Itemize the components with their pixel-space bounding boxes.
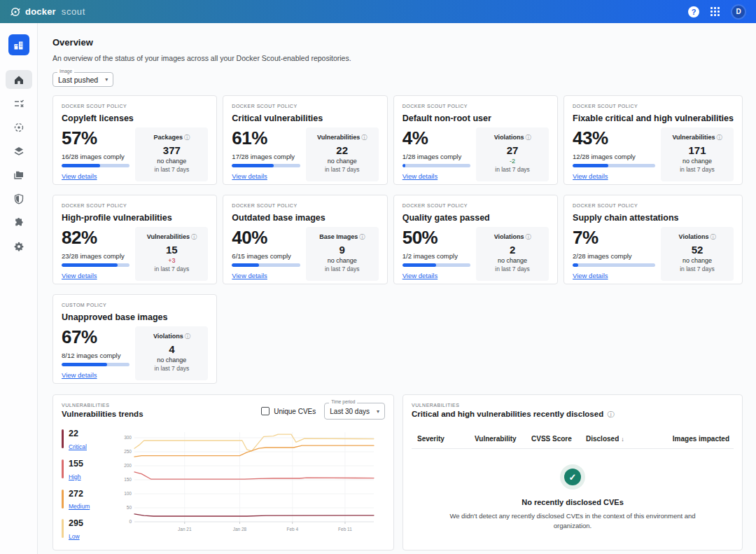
compliance-percent: 7% [573,227,655,249]
unique-cves-checkbox[interactable] [261,407,270,415]
sidebar-item-repositories[interactable] [6,165,32,184]
comply-text: 2/28 images comply [573,252,655,260]
info-icon: ⓘ [361,134,367,141]
column-severity[interactable]: Severity [417,435,475,443]
legend-link-high[interactable]: High [69,473,80,480]
policy-title: Copyleft licenses [62,113,208,123]
comply-text: 23/28 images comply [62,252,130,260]
legend-value: 295 [69,519,83,529]
legend-link-medium[interactable]: Medium [69,503,90,510]
sidebar-item-organization[interactable] [8,34,29,55]
svg-text:Jan 21: Jan 21 [178,527,192,532]
legend-color-medium [62,490,64,508]
stat-value: 9 [309,244,376,256]
legend-link-low[interactable]: Low [69,533,80,540]
column-images-impacted[interactable]: Images impacted [659,435,729,443]
policy-card-unapproved-base-images: CUSTOM POLICY Unapproved base images 67%… [52,294,217,384]
stat-value: 52 [664,244,731,256]
view-details-link[interactable]: View details [573,172,608,180]
stat-box: Violationsⓘ 2 no change in last 7 days [476,227,549,281]
legend-color-critical [62,429,64,448]
view-details-link[interactable]: View details [62,371,97,379]
time-period-label: Time period [329,399,357,404]
stat-change: no change [479,257,546,264]
stat-value: 15 [138,244,205,256]
stat-value: 27 [479,144,546,156]
sidebar-item-vulnerabilities[interactable] [6,189,32,208]
policy-eyebrow: DOCKER SCOUT POLICY [402,104,549,109]
sidebar-item-base-images[interactable] [6,141,32,160]
stat-period: in last 7 days [309,166,376,173]
stat-period: in last 7 days [309,265,376,272]
compliance-percent: 61% [232,127,300,149]
time-period-select[interactable]: Time period Last 30 days ▾ [324,403,385,420]
legend-item-high: 155 High [62,459,116,482]
info-icon: ⓘ [185,333,190,340]
stat-change: -2 [479,158,546,165]
check-circle-icon: ✓ [564,469,581,485]
svg-text:300: 300 [124,435,132,440]
sidebar-item-images[interactable] [6,118,32,137]
help-icon[interactable]: ? [688,6,699,18]
empty-state-title: No recently disclosed CVEs [522,498,624,506]
info-icon: ⓘ [525,234,531,240]
comply-text: 1/28 images comply [402,153,470,160]
column-vulnerability[interactable]: Vulnerability [475,435,531,443]
apps-grid-icon[interactable] [710,7,720,16]
top-navbar: docker scout ? D [0,0,756,23]
policy-eyebrow: DOCKER SCOUT POLICY [232,203,378,208]
policy-card-outdated-base-images: DOCKER SCOUT POLICY Outdated base images… [223,195,387,284]
disclosed-title: Critical and high vulnerabilities recent… [412,410,614,420]
view-details-link[interactable]: View details [573,272,608,279]
chevron-down-icon: ▾ [105,76,108,83]
view-details-link[interactable]: View details [62,272,97,279]
legend-value: 272 [69,490,90,499]
stat-change: no change [138,158,205,165]
sidebar-item-settings[interactable] [6,237,32,256]
column-cvss-score[interactable]: CVSS Score [531,435,586,443]
view-details-link[interactable]: View details [62,172,97,180]
policy-card-fixable-critical-high: DOCKER SCOUT POLICY Fixable critical and… [564,95,743,185]
progress-bar [573,263,655,267]
policy-eyebrow: CUSTOM POLICY [62,303,208,307]
view-details-link[interactable]: View details [232,272,267,279]
sidebar-item-home[interactable] [6,70,32,89]
progress-bar [62,263,130,267]
compliance-percent: 40% [232,227,300,249]
main-content: Overview An overview of the status of yo… [38,23,756,554]
checklist-icon [13,98,24,109]
svg-text:Feb 4: Feb 4 [286,527,298,532]
comply-text: 8/12 images comply [62,352,130,359]
unique-cves-checkbox-row[interactable]: Unique CVEs [261,407,316,415]
sidebar [0,23,38,554]
stat-box: Base Imagesⓘ 9 no change in last 7 days [306,227,379,281]
stat-period: in last 7 days [138,166,205,173]
image-filter-label: Image [57,69,74,74]
view-details-link[interactable]: View details [402,172,438,180]
stat-change: no change [309,257,376,264]
sidebar-item-integrations[interactable] [6,213,32,232]
recently-disclosed-panel: VULNERABILITIES Critical and high vulner… [402,394,743,550]
column-disclosed[interactable]: Disclosed↓ [586,435,659,443]
stat-box: Violationsⓘ 4 no change in last 7 days [135,326,208,380]
svg-text:200: 200 [124,463,132,468]
policy-eyebrow: DOCKER SCOUT POLICY [573,104,734,109]
logo-text-docker: docker [25,6,56,17]
view-details-link[interactable]: View details [232,172,267,180]
stat-period: in last 7 days [664,166,731,173]
comply-text: 1/2 images comply [402,252,470,260]
time-period-value: Last 30 days [330,408,370,415]
svg-text:0: 0 [129,519,132,524]
avatar[interactable]: D [731,4,746,20]
folders-icon [13,169,24,181]
stat-box: Vulnerabilitiesⓘ 15 +3 in last 7 days [135,227,208,281]
view-details-link[interactable]: View details [402,272,438,279]
policy-eyebrow: DOCKER SCOUT POLICY [573,203,734,208]
legend-link-critical[interactable]: Critical [69,443,87,450]
sidebar-item-policies[interactable] [6,94,32,113]
comply-text: 12/28 images comply [573,153,655,160]
image-filter-select[interactable]: Image Last pushed ▾ [52,72,113,87]
stat-box: Violationsⓘ 52 no change in last 7 days [661,227,734,281]
policy-title: Default non-root user [402,113,549,123]
docker-scout-logo[interactable]: docker scout [10,6,85,18]
